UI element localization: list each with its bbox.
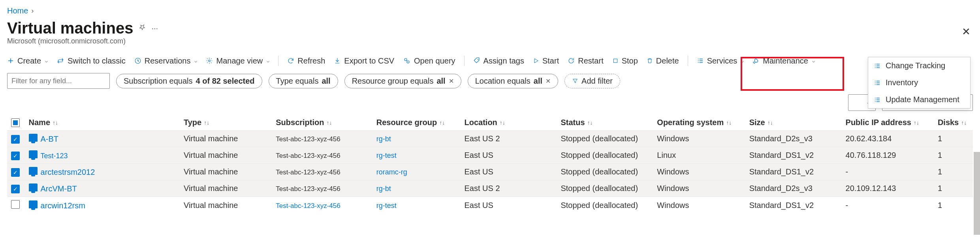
cell-resource-group[interactable]: rg-bt	[376, 135, 391, 143]
sort-icon[interactable]: ↑↓	[767, 120, 773, 126]
sort-icon[interactable]: ↑↓	[726, 120, 732, 126]
filter-subscription[interactable]: Subscription equals 4 of 82 selected	[116, 74, 262, 88]
filter-input[interactable]	[7, 73, 110, 89]
table-row[interactable]: ✓ A-BT Virtual machine Test-abc-123-xyz-…	[7, 131, 973, 147]
filter-type[interactable]: Type equals all	[269, 74, 338, 88]
svg-point-2	[404, 58, 407, 61]
row-checkbox[interactable]: ✓	[11, 185, 20, 193]
close-icon[interactable]: ✕	[545, 77, 551, 85]
chevron-right-icon: ›	[31, 7, 34, 15]
breadcrumb: Home ›	[7, 4, 973, 18]
cell-subscription: Test-abc-123-xyz-456	[276, 135, 340, 143]
page-title: Virtual machines	[7, 19, 133, 37]
sort-icon[interactable]: ↑↓	[914, 120, 919, 126]
separator	[688, 56, 688, 66]
cell-type: Virtual machine	[180, 147, 272, 164]
sort-icon[interactable]: ↑↓	[53, 120, 58, 126]
cell-resource-group[interactable]: roramc-rg	[376, 168, 407, 176]
services-dropdown: Change Tracking Inventory Update Managem…	[868, 57, 971, 109]
row-checkbox[interactable]: ✓	[11, 152, 20, 160]
sort-icon[interactable]: ↑↓	[204, 120, 209, 126]
switch-classic-button[interactable]: Switch to classic	[56, 56, 126, 66]
cell-disks: 1	[934, 131, 973, 147]
delete-button[interactable]: Delete	[647, 56, 679, 66]
filter-resource-group[interactable]: Resource group equals all ✕	[344, 74, 461, 88]
manage-view-button[interactable]: Manage view⌵	[206, 56, 269, 66]
select-all-checkbox[interactable]	[11, 118, 20, 127]
close-icon[interactable]: ✕	[449, 77, 454, 85]
cell-size: Standard_D2s_v3	[745, 180, 842, 197]
cell-size: Standard_DS1_v2	[745, 197, 842, 214]
cell-resource-group[interactable]: rg-bt	[376, 185, 391, 193]
cell-os: Windows	[653, 197, 745, 214]
vm-name-link[interactable]: arctestrsm2012	[41, 168, 95, 176]
reservations-button[interactable]: Reservations⌵	[134, 56, 198, 66]
dd-update-management[interactable]: Update Management	[868, 91, 970, 108]
cell-ip: -	[842, 197, 934, 214]
table-row[interactable]: ✓ ArcVM-BT Virtual machine Test-abc-123-…	[7, 180, 973, 197]
table-row[interactable]: ✓ arctestrsm2012 Virtual machine Test-ab…	[7, 164, 973, 180]
separator	[464, 56, 465, 66]
vm-name-link[interactable]: ArcVM-BT	[41, 184, 77, 193]
stop-button[interactable]: Stop	[612, 56, 638, 66]
cell-ip: 20.62.43.184	[842, 131, 934, 147]
filter-location[interactable]: Location equals all ✕	[468, 74, 558, 88]
cell-resource-group[interactable]: rg-test	[376, 202, 397, 210]
sort-icon[interactable]: ↑↓	[587, 120, 593, 126]
chevron-down-icon: ⌵	[812, 58, 815, 64]
vm-name-link[interactable]: arcwin12rsm	[41, 201, 85, 210]
vm-name-link[interactable]: Test-123	[41, 152, 68, 160]
table-row[interactable]: ✓ Test-123 Virtual machine Test-abc-123-…	[7, 147, 973, 164]
vm-icon	[29, 183, 38, 191]
sort-icon[interactable]: ↑↓	[500, 120, 505, 126]
row-checkbox[interactable]	[11, 200, 20, 209]
refresh-button[interactable]: Refresh	[287, 56, 325, 66]
assign-tags-button[interactable]: Assign tags	[473, 56, 524, 66]
svg-point-4	[477, 59, 478, 60]
cell-ip: -	[842, 164, 934, 180]
more-icon[interactable]: ···	[151, 24, 158, 33]
sort-icon[interactable]: ↑↓	[326, 120, 332, 126]
table-row[interactable]: arcwin12rsm Virtual machine Test-abc-123…	[7, 197, 973, 214]
cell-subscription: Test-abc-123-xyz-456	[276, 168, 340, 176]
cell-os: Windows	[653, 131, 745, 147]
export-csv-button[interactable]: Export to CSV	[334, 56, 394, 66]
open-query-button[interactable]: Open query	[403, 56, 455, 66]
vm-name-link[interactable]: A-BT	[41, 135, 59, 143]
close-icon[interactable]: ✕	[962, 26, 971, 38]
dd-change-tracking[interactable]: Change Tracking	[868, 57, 970, 74]
add-filter-button[interactable]: Add filter	[564, 74, 620, 88]
cell-os: Windows	[653, 180, 745, 197]
cell-size: Standard_DS1_v2	[745, 164, 842, 180]
toolbar: Create⌵ Switch to classic Reservations⌵ …	[7, 50, 973, 70]
restart-button[interactable]: Restart	[568, 56, 603, 66]
cell-subscription: Test-abc-123-xyz-456	[276, 185, 340, 193]
cell-location: East US 2	[460, 131, 557, 147]
maintenance-button[interactable]: Maintenance⌵	[752, 56, 815, 66]
pin-icon[interactable]	[139, 24, 146, 33]
sort-icon[interactable]: ↑↓	[961, 120, 967, 126]
cell-size: Standard_D2s_v3	[745, 131, 842, 147]
cell-os: Windows	[653, 164, 745, 180]
services-button[interactable]: Services⌵	[697, 56, 744, 66]
cell-status: Stopped (deallocated)	[557, 197, 653, 214]
cell-subscription[interactable]: Test-abc-123-xyz-456	[276, 202, 340, 210]
cell-status: Stopped (deallocated)	[557, 180, 653, 197]
cell-type: Virtual machine	[180, 164, 272, 180]
start-button[interactable]: Start	[533, 56, 559, 66]
row-checkbox[interactable]: ✓	[11, 135, 20, 144]
breadcrumb-home[interactable]: Home	[7, 6, 28, 15]
cell-resource-group[interactable]: rg-test	[376, 152, 397, 159]
create-button[interactable]: Create⌵	[7, 56, 48, 66]
cell-location: East US 2	[460, 180, 557, 197]
cell-type: Virtual machine	[180, 180, 272, 197]
cell-subscription: Test-abc-123-xyz-456	[276, 152, 340, 159]
scrollbar[interactable]	[974, 152, 980, 218]
row-checkbox[interactable]: ✓	[11, 168, 20, 177]
cell-status: Stopped (deallocated)	[557, 131, 653, 147]
svg-point-3	[407, 61, 409, 63]
dd-inventory[interactable]: Inventory	[868, 74, 970, 91]
sort-icon[interactable]: ↑↓	[439, 120, 445, 126]
cell-disks: 1	[934, 164, 973, 180]
vm-icon	[29, 167, 38, 175]
